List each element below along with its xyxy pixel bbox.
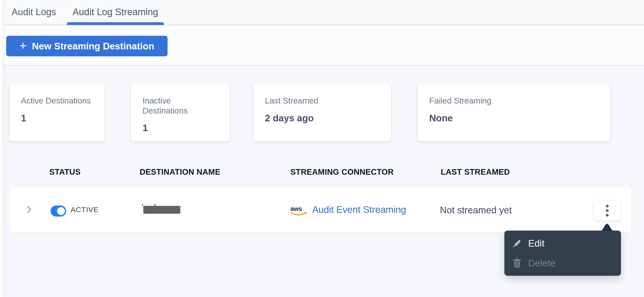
stat-value: None: [429, 113, 598, 123]
column-header-status: STATUS: [50, 167, 81, 177]
new-streaming-destination-label: New Streaming Destination: [32, 40, 154, 51]
destination-name-redacted: [143, 206, 180, 214]
menu-item-label: Delete: [528, 257, 556, 268]
stat-card-failed-streaming: Failed Streaming None: [418, 83, 610, 141]
tab-audit-log-streaming[interactable]: Audit Log Streaming: [67, 0, 164, 24]
column-header-last-streamed: LAST STREAMED: [440, 167, 510, 177]
column-header-destination-name: DESTINATION NAME: [140, 167, 220, 177]
stat-card-active-destinations: Active Destinations 1: [10, 83, 104, 141]
tab-bar: Audit Logs Audit Log Streaming: [0, 0, 644, 25]
stat-label: Active Destinations: [21, 96, 93, 105]
kebab-dot: [606, 209, 609, 212]
stat-value: 1: [142, 123, 218, 133]
pencil-icon: [512, 238, 522, 248]
toolbar: + New Streaming Destination: [0, 26, 644, 66]
stat-label: Inactive Destinations: [142, 96, 218, 116]
kebab-dot: [606, 214, 609, 216]
stat-label: Failed Streaming: [429, 96, 598, 105]
kebab-menu-button[interactable]: [594, 200, 621, 221]
column-header-streaming-connector: STREAMING CONNECTOR: [290, 167, 394, 177]
aws-logo-icon: aws: [290, 205, 308, 216]
new-streaming-destination-button[interactable]: + New Streaming Destination: [6, 36, 168, 56]
plus-icon: +: [20, 39, 27, 52]
redaction-artifact: [142, 204, 143, 206]
connector-link[interactable]: Audit Event Streaming: [312, 204, 406, 215]
audit-log-streaming-page: Audit Logs Audit Log Streaming + New Str…: [0, 0, 644, 297]
status-badge: ACTIVE: [71, 205, 98, 214]
trash-icon: [512, 258, 522, 268]
table-row: ACTIVE aws Audit Event Streaming Not str…: [10, 187, 631, 232]
menu-item-edit[interactable]: Edit: [504, 233, 621, 253]
page-left-gutter: [0, 0, 3, 297]
tab-audit-logs[interactable]: Audit Logs: [6, 0, 62, 24]
svg-text:aws: aws: [290, 205, 302, 212]
stat-value: 1: [21, 113, 93, 123]
status-toggle[interactable]: [50, 205, 66, 216]
menu-arrow: [600, 223, 614, 231]
context-menu: Edit Delete: [504, 230, 621, 276]
kebab-dot: [606, 204, 609, 207]
stat-label: Last Streamed: [265, 96, 380, 105]
chevron-right-icon[interactable]: [26, 205, 32, 214]
menu-item-label: Edit: [528, 238, 544, 249]
stat-card-last-streamed: Last Streamed 2 days ago: [253, 83, 391, 141]
last-streamed-value: Not streamed yet: [440, 205, 512, 215]
redaction-artifact: [154, 204, 155, 206]
stat-value: 2 days ago: [265, 113, 380, 123]
stat-card-inactive-destinations: Inactive Destinations 1: [131, 83, 230, 141]
toggle-knob: [57, 207, 65, 215]
menu-item-delete[interactable]: Delete: [504, 253, 621, 273]
